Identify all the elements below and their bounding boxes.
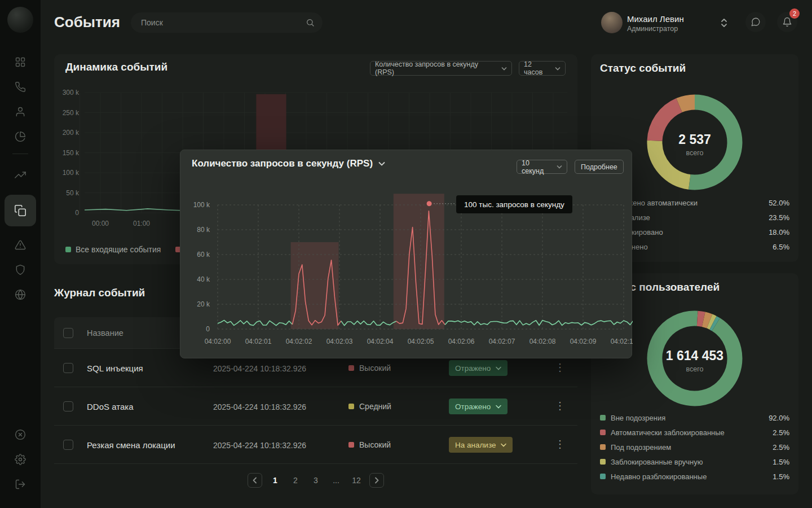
- events-donut-center: 2 537 всего: [650, 132, 740, 157]
- row-menu-button[interactable]: ⋮: [555, 400, 565, 412]
- journal-title: Журнал событий: [54, 287, 145, 299]
- sidebar-item-events-active[interactable]: [5, 195, 36, 226]
- legend-color: [600, 415, 606, 421]
- rps-detail-modal: Количество запросов в секунду (RPS) 10 с…: [180, 150, 632, 358]
- sidebar-item-settings[interactable]: [15, 454, 26, 465]
- sidebar-item-users[interactable]: [15, 106, 26, 117]
- event-datetime: 2025-04-224 10:18:32.926: [213, 441, 306, 450]
- messages-button[interactable]: [745, 12, 766, 32]
- page-button[interactable]: 3: [308, 473, 323, 488]
- legend-label: Заблокировано: [611, 228, 769, 237]
- chevrons-up-down-icon: [720, 17, 729, 28]
- search-input[interactable]: [131, 12, 323, 33]
- svg-text:04:02:02: 04:02:02: [286, 338, 312, 345]
- phone-icon: [15, 81, 26, 93]
- table-row[interactable]: Резкая смена локации2025-04-224 10:18:32…: [54, 426, 577, 464]
- user-menu-toggle[interactable]: [720, 17, 729, 28]
- svg-text:100 k: 100 k: [63, 169, 80, 177]
- event-datetime: 2025-04-224 10:18:32.926: [213, 364, 306, 373]
- search-field[interactable]: [141, 18, 306, 27]
- user-role: Администратор: [627, 25, 678, 33]
- pie-chart-icon: [15, 131, 26, 142]
- row-menu-button[interactable]: ⋮: [555, 438, 565, 450]
- pagination: 123...12: [54, 473, 577, 488]
- trending-up-icon: [15, 169, 26, 181]
- chevron-left-icon: [252, 477, 258, 484]
- sidebar-item-logout[interactable]: [15, 479, 26, 490]
- svg-text:0: 0: [75, 209, 79, 217]
- legend-item: Вне подозрения92.0%: [591, 410, 798, 425]
- status-select[interactable]: Отражено: [449, 360, 508, 376]
- page-button[interactable]: 12: [349, 473, 364, 488]
- status-select[interactable]: Отражено: [449, 398, 508, 414]
- legend-value: 18.0%: [769, 228, 789, 237]
- page-button[interactable]: 1: [268, 473, 283, 488]
- sidebar-item-analytics[interactable]: [15, 131, 26, 142]
- interval-select[interactable]: 10 секунд: [517, 160, 567, 174]
- status-select[interactable]: На анализе: [449, 437, 513, 453]
- svg-text:250 k: 250 k: [63, 109, 80, 117]
- search-icon: [306, 18, 315, 27]
- page-button[interactable]: 2: [288, 473, 303, 488]
- select-all-checkbox[interactable]: [63, 328, 73, 338]
- app-logo: [7, 7, 33, 33]
- legend-item: Автоматически заблокированные2.5%: [591, 425, 798, 440]
- event-name: DDoS атака: [87, 402, 133, 411]
- row-checkbox[interactable]: [63, 401, 73, 411]
- grid-icon: [15, 56, 26, 68]
- sidebar-item-blocklist[interactable]: [15, 429, 26, 440]
- users-total-label: всего: [650, 365, 740, 373]
- svg-text:60 k: 60 k: [197, 251, 210, 259]
- legend-value: 6.5%: [773, 243, 789, 251]
- sidebar-item-alerts[interactable]: [15, 239, 26, 251]
- svg-text:04:02:05: 04:02:05: [408, 338, 434, 345]
- x-circle-icon: [15, 429, 26, 440]
- row-menu-button[interactable]: ⋮: [555, 361, 565, 374]
- prev-page-button[interactable]: [248, 473, 262, 488]
- legend-value: 2.5%: [773, 443, 789, 452]
- table-row[interactable]: DDoS атака2025-04-224 10:18:32.926Средни…: [54, 387, 577, 426]
- row-checkbox[interactable]: [63, 440, 73, 450]
- svg-text:04:02:10: 04:02:10: [611, 338, 633, 345]
- bell-icon: [782, 17, 792, 27]
- sidebar-item-dashboard[interactable]: [15, 56, 26, 68]
- chevron-down-icon: [501, 443, 506, 447]
- legend-label: Недавно разблокированные: [611, 472, 773, 481]
- legend-label: Автоматически заблокированные: [611, 428, 773, 437]
- legend-value: 92.0%: [769, 414, 789, 422]
- events-total-label: всего: [650, 149, 740, 157]
- journal-table-body: SQL инъекция2025-04-224 10:18:32.926Высо…: [54, 349, 577, 464]
- sidebar-item-network[interactable]: [15, 289, 26, 300]
- legend-item: Недавно разблокированные1.5%: [591, 469, 798, 484]
- severity-badge: Средний: [348, 402, 391, 411]
- legend-color: [65, 247, 71, 252]
- severity-label: Высокий: [359, 440, 391, 449]
- next-page-button[interactable]: [369, 473, 384, 488]
- chevron-down-icon[interactable]: [378, 161, 385, 166]
- legend-label: Под подозрением: [611, 443, 773, 452]
- period-select[interactable]: 12 часов: [519, 61, 566, 76]
- pagination-ellipsis: ...: [329, 473, 343, 488]
- details-button[interactable]: Подробнее: [575, 160, 624, 174]
- severity-color: [348, 404, 354, 409]
- svg-text:100 k: 100 k: [193, 201, 210, 209]
- modal-title-text: Количество запросов в секунду (RPS): [192, 158, 373, 169]
- sidebar-item-trends[interactable]: [15, 169, 26, 181]
- severity-color: [348, 365, 354, 371]
- legend-value: 1.5%: [773, 472, 789, 481]
- sidebar-item-security[interactable]: [15, 264, 26, 275]
- row-checkbox[interactable]: [63, 363, 73, 373]
- legend-value: 52.0%: [769, 199, 789, 207]
- status-label: На анализе: [455, 441, 496, 449]
- layers-copy-icon: [14, 204, 27, 217]
- gear-icon: [15, 454, 26, 465]
- avatar[interactable]: [601, 12, 623, 33]
- globe-icon: [15, 289, 26, 300]
- chart-tooltip: 100 тыс. запросов в секунду: [456, 195, 572, 213]
- sidebar-item-calls[interactable]: [15, 81, 26, 93]
- events-total: 2 537: [650, 132, 740, 147]
- metric-select[interactable]: Количество запросов в секунду (RPS): [370, 61, 512, 76]
- legend-color: [600, 459, 606, 465]
- severity-badge: Высокий: [348, 364, 391, 373]
- legend-label: На анализе: [611, 213, 769, 222]
